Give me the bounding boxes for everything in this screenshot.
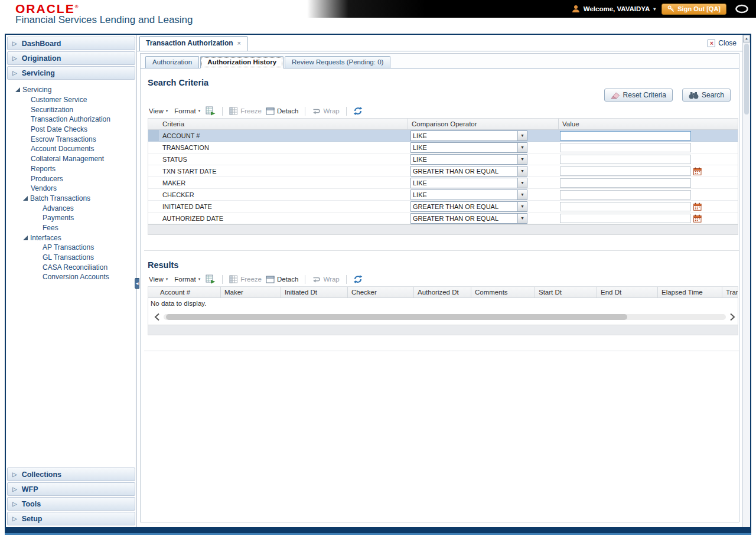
tree-item-account-documents[interactable]: Account Documents: [15, 144, 135, 154]
view-menu[interactable]: View▾: [148, 276, 169, 283]
comparison-operator-select[interactable]: LIKE▼: [410, 142, 527, 153]
criteria-row-transaction[interactable]: TRANSACTION LIKE▼: [148, 142, 738, 153]
calendar-icon[interactable]: [693, 167, 702, 175]
toolbar-separator: [305, 107, 305, 116]
comparison-operator-select[interactable]: LIKE▼: [410, 189, 527, 200]
criteria-row-initiated-date[interactable]: INITIATED DATE GREATER THAN OR EQUAL▼: [148, 201, 738, 213]
scroll-up-icon[interactable]: ▲: [743, 35, 750, 43]
tab-authorization[interactable]: Authorization: [145, 56, 199, 68]
tab-review-requests[interactable]: Review Requests (Pending: 0): [285, 56, 390, 68]
criteria-row-maker[interactable]: MAKER LIKE▼: [148, 177, 738, 189]
tree-item-collateral-management[interactable]: Collateral Management: [15, 154, 135, 164]
tree-node-batch-transactions[interactable]: Batch Transactions: [15, 194, 135, 204]
vertical-scrollbar[interactable]: ▲: [742, 35, 750, 527]
scrollbar-thumb[interactable]: [744, 44, 749, 115]
user-menu[interactable]: Welcome, VAVAIDYA ▾: [572, 5, 656, 13]
tree-label: Vendors: [31, 184, 57, 192]
tree-item-securitization[interactable]: Securitization: [15, 104, 135, 115]
freeze-button[interactable]: Freeze: [229, 275, 262, 283]
tree-item-vendors[interactable]: Vendors: [15, 184, 135, 194]
tab-authorization-history[interactable]: Authorization History: [200, 56, 284, 68]
comparison-operator-select[interactable]: LIKE▼: [410, 154, 527, 165]
scrollbar-thumb[interactable]: [166, 314, 627, 320]
tree-item-post-date-checks[interactable]: Post Date Checks: [15, 125, 135, 135]
sidebar-collapse-button[interactable]: ◀: [135, 278, 139, 289]
comparison-operator-select[interactable]: GREATER THAN OR EQUAL▼: [410, 166, 527, 177]
sign-out-button[interactable]: Sign Out [QA]: [662, 4, 726, 15]
criteria-row-authorized-date[interactable]: AUTHORIZED DATE GREATER THAN OR EQUAL▼: [148, 213, 738, 224]
tree-item-customer-service[interactable]: Customer Service: [15, 95, 135, 105]
calendar-icon[interactable]: [693, 202, 702, 211]
expanded-node-icon: [23, 236, 28, 240]
value-input[interactable]: [560, 166, 691, 176]
criteria-row-account[interactable]: ACCOUNT # LIKE▼: [148, 130, 738, 142]
value-input[interactable]: [560, 178, 691, 188]
dropdown-arrow-icon: ▼: [517, 178, 527, 188]
tree-item-conversion-accounts[interactable]: Conversion Accounts: [15, 272, 135, 282]
criteria-row-checker[interactable]: CHECKER LIKE▼: [148, 189, 738, 201]
comparison-operator-select[interactable]: LIKE▼: [410, 130, 527, 141]
scrollbar-track[interactable]: [164, 314, 726, 320]
export-to-excel-icon[interactable]: [206, 274, 216, 284]
section-label: Servicing: [22, 69, 55, 77]
reset-criteria-button[interactable]: Reset Criteria: [604, 89, 673, 102]
tree-item-fees[interactable]: Fees: [15, 223, 135, 233]
tree-item-producers[interactable]: Producers: [15, 174, 135, 184]
value-input[interactable]: [560, 155, 691, 164]
scroll-left-icon[interactable]: [154, 313, 160, 321]
tree-label: Conversion Accounts: [43, 273, 109, 281]
scroll-right-icon[interactable]: [729, 313, 735, 321]
tree-item-casa-reconciliation[interactable]: CASA Reconciliation: [15, 262, 135, 272]
criteria-row-status[interactable]: STATUS LIKE▼: [148, 153, 738, 165]
tab-close-icon[interactable]: ×: [237, 40, 241, 47]
tree-item-ap-transactions[interactable]: AP Transactions: [15, 243, 135, 253]
comparison-operator-select[interactable]: GREATER THAN OR EQUAL▼: [410, 213, 527, 224]
detach-button[interactable]: Detach: [266, 276, 298, 283]
sidebar-section-origination[interactable]: ▷ Origination: [7, 51, 135, 65]
format-menu[interactable]: Format▾: [173, 276, 201, 283]
close-button[interactable]: × Close: [708, 39, 737, 47]
freeze-button[interactable]: Freeze: [229, 107, 262, 115]
export-to-excel-icon[interactable]: [206, 106, 216, 116]
tree-item-advances[interactable]: Advances: [15, 203, 135, 213]
wrap-button[interactable]: Wrap: [312, 107, 339, 115]
value-input[interactable]: [560, 143, 691, 152]
sidebar-section-wfp[interactable]: ▷ WFP: [7, 482, 135, 496]
format-menu[interactable]: Format▾: [173, 107, 201, 115]
tree-label: Payments: [43, 214, 74, 222]
wrap-button[interactable]: Wrap: [312, 276, 339, 283]
value-input[interactable]: [560, 131, 691, 140]
tree-item-payments[interactable]: Payments: [15, 213, 135, 223]
tree-node-interfaces[interactable]: Interfaces: [15, 233, 135, 243]
refresh-icon[interactable]: [353, 106, 363, 116]
tree-item-transaction-authorization[interactable]: Transaction Authorization: [15, 115, 135, 125]
criteria-row-txn-start-date[interactable]: TXN START DATE GREATER THAN OR EQUAL▼: [148, 165, 738, 177]
results-grid: Account # Maker Initiated Dt Checker Aut…: [148, 286, 738, 325]
sidebar-section-servicing[interactable]: ▷ Servicing: [7, 66, 135, 80]
search-button[interactable]: Search: [682, 89, 731, 102]
value-input[interactable]: [560, 202, 691, 211]
value-input[interactable]: [560, 214, 691, 223]
comparison-operator-select[interactable]: GREATER THAN OR EQUAL▼: [410, 201, 527, 212]
nav-sidebar: ▷ DashBoard ▷ Origination ▷ Servicing Se…: [6, 35, 137, 527]
tree-item-escrow-transactions[interactable]: Escrow Transactions: [15, 134, 135, 144]
value-input[interactable]: [560, 190, 691, 200]
sidebar-section-dashboard[interactable]: ▷ DashBoard: [7, 37, 135, 50]
criteria-label: INITIATED DATE: [159, 203, 408, 210]
detach-button[interactable]: Detach: [266, 107, 298, 115]
sidebar-section-collections[interactable]: ▷ Collections: [7, 468, 135, 481]
calendar-icon[interactable]: [693, 214, 702, 223]
detach-label: Detach: [277, 107, 298, 115]
welcome-text: Welcome, VAVAIDYA: [584, 5, 650, 12]
sidebar-section-tools[interactable]: ▷ Tools: [7, 497, 135, 511]
refresh-icon[interactable]: [353, 274, 363, 284]
comparison-operator-select[interactable]: LIKE▼: [410, 178, 527, 188]
tab-transaction-authorization[interactable]: Transaction Authorization ×: [139, 36, 247, 51]
section-label: WFP: [22, 485, 38, 493]
view-menu[interactable]: View▾: [148, 107, 169, 115]
sidebar-section-setup[interactable]: ▷ Setup: [7, 512, 135, 525]
tree-item-reports[interactable]: Reports: [15, 164, 135, 174]
tree-item-gl-transactions[interactable]: GL Transactions: [15, 253, 135, 263]
tree-node-servicing[interactable]: Servicing: [15, 85, 135, 95]
tree-label: Advances: [43, 204, 74, 213]
